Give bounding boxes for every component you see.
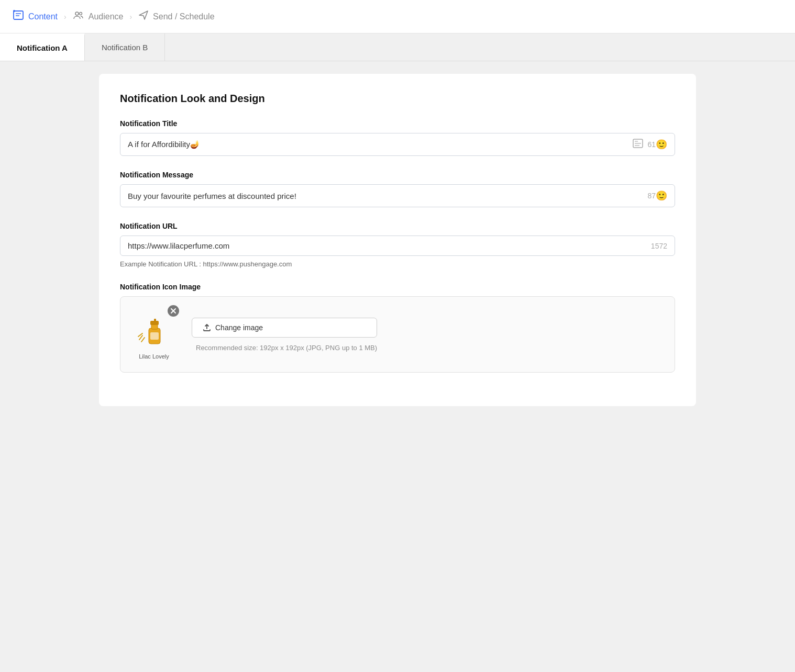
notification-url-input[interactable] [128, 241, 647, 250]
breadcrumb-audience-label: Audience [89, 12, 124, 21]
breadcrumb-content-label: Content [28, 12, 58, 21]
notification-icon-group: Notification Icon Image [120, 283, 675, 373]
audience-icon [73, 9, 84, 24]
notification-title-label: Notification Title [120, 119, 675, 128]
perfume-bottle-icon [137, 313, 171, 347]
notification-message-input-wrapper: 87 🙂 [120, 184, 675, 207]
change-image-label: Change image [215, 323, 263, 332]
breadcrumb-arrow-1: › [64, 13, 67, 21]
notification-title-group: Notification Title 61 🙂 [120, 119, 675, 156]
image-upload-area: Lilac Lovely Change imag [120, 296, 675, 373]
breadcrumb-arrow-2: › [129, 13, 132, 21]
notification-url-label: Notification URL [120, 222, 675, 230]
notification-message-input[interactable] [128, 192, 643, 200]
svg-point-3 [13, 10, 15, 12]
notification-icon-label: Notification Icon Image [120, 283, 675, 291]
svg-point-4 [75, 12, 79, 15]
svg-rect-16 [154, 319, 156, 322]
svg-rect-17 [150, 332, 159, 340]
notification-message-group: Notification Message 87 🙂 [120, 171, 675, 207]
image-remove-button[interactable] [168, 305, 179, 317]
image-recommendation-text: Recommended size: 192px x 192px (JPG, PN… [196, 344, 377, 352]
notification-title-input-wrapper: 61 🙂 [120, 133, 675, 156]
notification-title-input[interactable] [128, 140, 628, 149]
notification-url-input-wrapper: 1572 [120, 236, 675, 256]
main-content: Notification Look and Design Notificatio… [0, 61, 795, 419]
breadcrumb-audience[interactable]: Audience [73, 9, 124, 24]
notification-message-label: Notification Message [120, 171, 675, 179]
section-title: Notification Look and Design [120, 93, 675, 105]
emoji-picker-title-icon[interactable]: 🙂 [656, 139, 667, 150]
tab-notification-b[interactable]: Notification B [85, 33, 165, 61]
content-card: Notification Look and Design Notificatio… [99, 74, 696, 406]
svg-rect-0 [14, 11, 23, 19]
image-thumbnail [133, 309, 175, 351]
breadcrumb-content[interactable]: Content [13, 9, 58, 24]
emoji-picker-message-icon[interactable]: 🙂 [656, 190, 667, 201]
url-hint: Example Notification URL : https://www.p… [120, 260, 675, 268]
tabs-bar: Notification A Notification B [0, 33, 795, 61]
breadcrumb-nav: Content › Audience › Send / Schedule [0, 0, 795, 33]
send-icon [138, 10, 149, 23]
breadcrumb-send-label: Send / Schedule [153, 12, 214, 21]
change-image-button[interactable]: Change image [192, 318, 377, 338]
svg-point-5 [79, 13, 82, 15]
title-counter: 61 [647, 140, 656, 149]
svg-line-11 [139, 335, 142, 340]
breadcrumb-send-schedule[interactable]: Send / Schedule [138, 10, 214, 23]
notification-url-group: Notification URL 1572 Example Notificati… [120, 222, 675, 268]
message-counter: 87 [647, 192, 656, 200]
upload-icon [203, 323, 211, 332]
image-thumbnail-label: Lilac Lovely [133, 353, 175, 360]
image-thumbnail-wrapper: Lilac Lovely [133, 309, 175, 360]
variable-icon[interactable] [633, 139, 643, 150]
content-icon [13, 9, 24, 24]
tab-notification-a[interactable]: Notification A [0, 33, 85, 61]
svg-line-12 [141, 338, 145, 342]
url-counter: 1572 [651, 242, 667, 250]
